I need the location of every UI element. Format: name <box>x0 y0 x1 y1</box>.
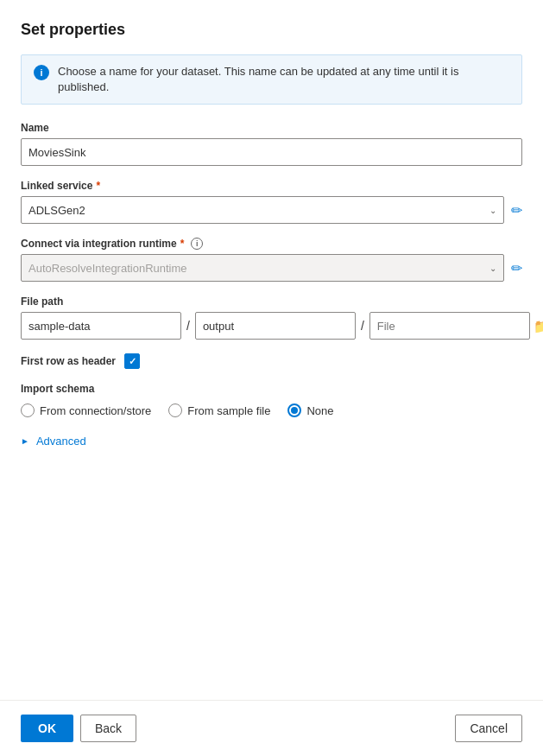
info-banner: i Choose a name for your dataset. This n… <box>21 54 522 105</box>
radio-connection[interactable]: From connection/store <box>21 403 151 417</box>
checkmark-icon: ✓ <box>129 356 136 367</box>
path-separator-1: / <box>185 319 192 333</box>
linked-service-select[interactable]: ADLSGen2 ⌄ <box>21 196 504 224</box>
import-schema-radio-group: From connection/store From sample file N… <box>21 403 522 417</box>
radio-circle-none <box>287 403 301 417</box>
integration-runtime-select: AutoResolveIntegrationRuntime ⌄ <box>21 254 504 282</box>
cancel-button[interactable]: Cancel <box>455 715 522 742</box>
file-path-field-group: File path / / 📁 ⌄ <box>21 295 522 340</box>
radio-connection-label: From connection/store <box>40 404 151 417</box>
integration-runtime-info-icon[interactable]: i <box>191 238 203 250</box>
linked-service-edit-icon[interactable]: ✏ <box>511 202 522 219</box>
back-button[interactable]: Back <box>80 715 136 742</box>
linked-service-label: Linked service * <box>21 180 522 192</box>
folder-icon[interactable]: 📁 <box>534 318 543 334</box>
chevron-down-icon: ⌄ <box>489 206 496 215</box>
linked-service-field-group: Linked service * ADLSGen2 ⌄ ✏ <box>21 180 522 224</box>
required-marker-2: * <box>180 238 185 250</box>
import-schema-section: Import schema From connection/store From… <box>21 383 522 417</box>
info-banner-text: Choose a name for your dataset. This nam… <box>58 64 509 95</box>
linked-service-wrapper: ADLSGen2 ⌄ ✏ <box>21 196 522 224</box>
first-row-row: First row as header ✓ <box>21 353 522 369</box>
file-path-label: File path <box>21 295 522 308</box>
name-label: Name <box>21 122 522 134</box>
name-input[interactable] <box>21 138 522 166</box>
page-title: Set properties <box>21 21 522 39</box>
integration-runtime-wrapper: AutoResolveIntegrationRuntime ⌄ ✏ <box>21 254 522 282</box>
file-path-segment-1[interactable] <box>21 312 181 340</box>
file-path-actions: 📁 ⌄ <box>534 318 543 334</box>
info-icon: i <box>34 65 49 80</box>
radio-none[interactable]: None <box>287 403 333 417</box>
required-marker: * <box>96 180 100 192</box>
file-path-segment-3[interactable] <box>369 312 530 340</box>
radio-none-label: None <box>306 404 333 417</box>
import-schema-label: Import schema <box>21 383 522 395</box>
footer-left-buttons: OK Back <box>21 715 136 742</box>
radio-sample-label: From sample file <box>187 404 270 417</box>
file-path-segment-2[interactable] <box>195 312 356 340</box>
footer: OK Back Cancel <box>0 700 543 756</box>
advanced-chevron-icon: ► <box>21 436 29 446</box>
ok-button[interactable]: OK <box>21 715 73 742</box>
advanced-row[interactable]: ► Advanced <box>21 435 522 448</box>
radio-dot-none <box>291 407 298 414</box>
advanced-label: Advanced <box>36 435 86 448</box>
name-field-group: Name <box>21 122 522 166</box>
path-separator-2: / <box>359 319 366 333</box>
first-row-checkbox[interactable]: ✓ <box>124 353 140 369</box>
radio-circle-sample <box>168 403 182 417</box>
radio-circle-connection <box>21 403 35 417</box>
radio-sample[interactable]: From sample file <box>168 403 270 417</box>
integration-runtime-label: Connect via integration runtime * i <box>21 238 522 250</box>
integration-runtime-field-group: Connect via integration runtime * i Auto… <box>21 238 522 282</box>
integration-runtime-edit-icon[interactable]: ✏ <box>511 260 522 276</box>
chevron-down-icon-2: ⌄ <box>489 264 496 273</box>
file-path-row: / / 📁 ⌄ <box>21 312 522 340</box>
first-row-label: First row as header <box>21 355 116 367</box>
